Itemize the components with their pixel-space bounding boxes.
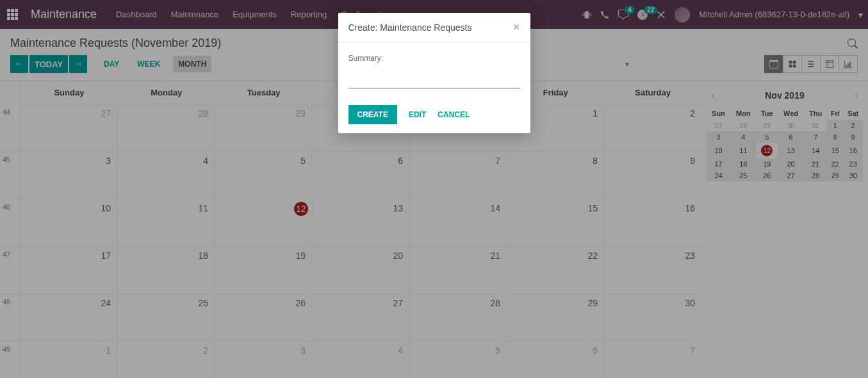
create-button[interactable]: CREATE	[348, 105, 397, 124]
summary-label: Summary:	[348, 54, 520, 63]
modal-title: Create: Maintenance Requests	[348, 22, 472, 33]
edit-button[interactable]: EDIT	[409, 110, 426, 119]
create-modal: Create: Maintenance Requests × Summary: …	[338, 13, 530, 133]
modal-close-button[interactable]: ×	[513, 21, 520, 34]
cancel-button[interactable]: CANCEL	[438, 110, 470, 119]
summary-input[interactable]	[348, 70, 520, 88]
